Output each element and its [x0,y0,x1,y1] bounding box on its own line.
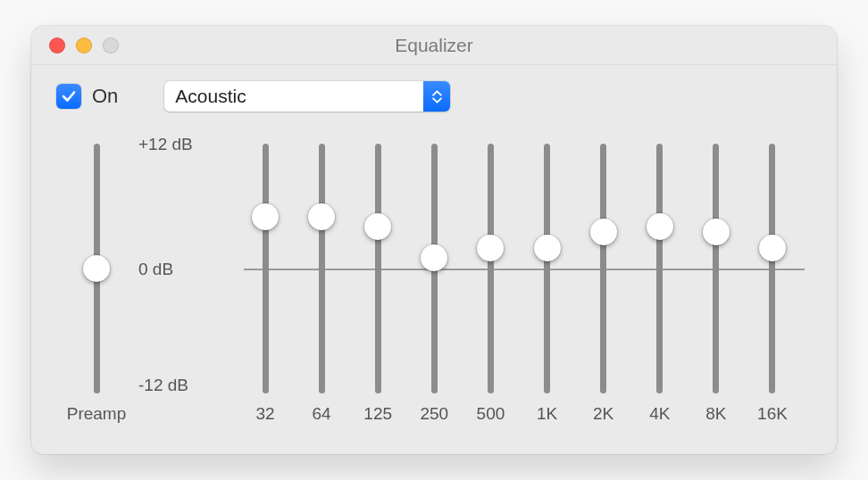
band-thumb[interactable] [703,219,730,245]
preamp-thumb[interactable] [83,255,110,282]
band-slider-col [582,128,625,393]
band-slider-col [638,128,681,393]
preset-selected: Acoustic [164,81,423,112]
titlebar: Equalizer [31,26,837,65]
band-freq-label: 500 [469,404,512,424]
band-slider[interactable] [431,144,438,393]
on-label: On [92,85,118,108]
band-slider-col [469,128,512,393]
band-slider-col [751,128,794,393]
controls-row: On Acoustic [31,65,837,112]
preset-dropdown[interactable]: Acoustic [164,81,450,112]
band-slider-col [695,128,738,393]
band-slider[interactable] [600,144,606,393]
close-icon[interactable] [49,37,65,54]
preamp-slider-col [56,128,137,393]
band-freq-label: 32 [244,404,287,424]
band-freq-label: 4K [638,404,681,424]
preamp-label: Preamp [56,404,137,424]
band-slider[interactable] [319,144,325,393]
sliders-row [56,128,812,395]
band-freq-label: 16K [751,404,794,424]
band-thumb[interactable] [364,213,391,240]
band-slider[interactable] [263,144,269,393]
band-freq-label: 125 [356,404,399,424]
band-slider-col [356,128,399,393]
band-slider[interactable] [375,144,381,393]
window-title: Equalizer [31,35,837,56]
on-checkbox[interactable] [56,84,81,109]
band-slider-col [526,128,569,393]
minimize-icon[interactable] [76,37,92,54]
band-thumb[interactable] [534,235,561,261]
band-slider[interactable] [656,144,663,393]
zoom-icon[interactable] [103,37,119,54]
band-thumb[interactable] [308,203,335,230]
band-thumb[interactable] [590,219,617,245]
band-thumb[interactable] [252,203,279,230]
equalizer-window: Equalizer On Acoustic +12 dB 0 dB -12 dB [31,26,837,454]
checkmark-icon [61,88,77,104]
band-slider[interactable] [544,144,550,393]
band-thumb[interactable] [477,235,504,261]
band-slider[interactable] [488,144,494,393]
band-labels-row: Preamp 32641252505001K2K4K8K16K [56,404,812,424]
band-thumb[interactable] [647,213,673,240]
band-thumb[interactable] [759,235,786,261]
equalizer-area: +12 dB 0 dB -12 dB Preamp 32641252505001… [56,128,812,422]
band-slider-col [300,128,343,393]
band-freq-label: 2K [582,404,625,424]
band-thumb[interactable] [421,244,447,271]
band-freq-label: 1K [526,404,569,424]
dropdown-arrows-icon [423,81,450,112]
band-slider[interactable] [769,144,775,393]
window-controls [31,37,119,54]
preamp-slider[interactable] [94,144,100,393]
band-freq-label: 8K [695,404,738,424]
band-slider[interactable] [713,144,719,393]
band-freq-label: 250 [413,404,455,424]
band-freq-label: 64 [300,404,343,424]
band-slider-col [244,128,287,393]
band-slider-col [413,128,455,393]
